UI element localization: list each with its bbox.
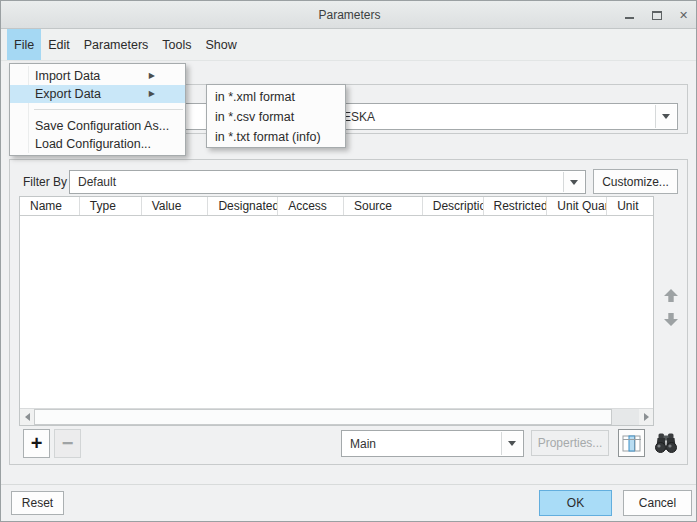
menu-separator xyxy=(34,109,183,110)
scroll-right-icon xyxy=(644,413,649,421)
parameters-table: Name Type Value Designated Access Source… xyxy=(19,196,654,426)
maximize-icon xyxy=(652,11,662,20)
minimize-icon xyxy=(625,17,634,19)
minus-icon: − xyxy=(62,432,74,455)
menu-show[interactable]: Show xyxy=(199,29,244,60)
submenu-arrow-icon: ▶ xyxy=(149,72,155,80)
window-title: Parameters xyxy=(1,1,697,29)
filter-value: Default xyxy=(70,171,561,193)
ok-button[interactable]: OK xyxy=(539,490,612,516)
scroll-right-button[interactable] xyxy=(639,409,653,425)
parameter-group-value: Main xyxy=(342,431,499,456)
export-data-label: Export Data xyxy=(35,87,101,101)
scrollbar-thumb[interactable] xyxy=(34,409,612,425)
scroll-left-icon xyxy=(25,413,30,421)
close-icon: ✕ xyxy=(679,9,688,22)
chevron-down-icon xyxy=(662,114,670,119)
filter-dropdown-button[interactable] xyxy=(563,172,584,192)
column-header-value[interactable]: Value xyxy=(142,197,209,215)
column-header-access[interactable]: Access xyxy=(278,197,344,215)
parameter-group-combobox[interactable]: Main xyxy=(341,430,524,457)
menu-item-import-data[interactable]: Import Data ▶ xyxy=(10,67,185,85)
column-header-unit-quantity[interactable]: Unit Quantity xyxy=(547,197,607,215)
menu-tools[interactable]: Tools xyxy=(155,29,198,60)
column-header-description[interactable]: Description xyxy=(423,197,484,215)
save-configuration-label: Save Configuration As... xyxy=(35,119,169,133)
submenu-item-csv-format[interactable]: in *.csv format xyxy=(207,107,345,127)
table-body-empty[interactable] xyxy=(20,216,653,408)
column-header-designated[interactable]: Designated xyxy=(208,197,278,215)
parameter-group-dropdown-button[interactable] xyxy=(501,432,522,455)
file-menu-panel: Import Data ▶ Export Data ▶ Save Configu… xyxy=(9,63,186,156)
menu-item-load-configuration[interactable]: Load Configuration... xyxy=(10,135,185,153)
table-header-row: Name Type Value Designated Access Source… xyxy=(20,197,653,216)
binoculars-icon xyxy=(653,432,679,454)
menu-parameters[interactable]: Parameters xyxy=(77,29,156,60)
chevron-down-icon xyxy=(508,441,516,446)
reset-button[interactable]: Reset xyxy=(11,491,64,515)
scrollbar-track[interactable] xyxy=(612,409,639,425)
properties-button[interactable]: Properties... xyxy=(531,430,609,456)
column-header-unit[interactable]: Unit xyxy=(607,197,653,215)
maximize-button[interactable] xyxy=(650,9,663,22)
column-header-restricted[interactable]: Restricted xyxy=(484,197,548,215)
submenu-item-txt-format[interactable]: in *.txt format (info) xyxy=(207,127,345,147)
remove-parameter-button[interactable]: − xyxy=(54,429,81,458)
find-parameter-button[interactable] xyxy=(650,429,681,457)
move-up-arrow-icon[interactable] xyxy=(663,288,679,303)
menu-file[interactable]: File xyxy=(7,29,41,60)
move-down-arrow-icon[interactable] xyxy=(663,312,679,327)
reorder-controls xyxy=(654,196,688,426)
chevron-down-icon xyxy=(570,180,578,185)
minimize-button[interactable] xyxy=(623,9,636,22)
menu-bar: File Edit Parameters Tools Show xyxy=(1,29,697,61)
column-header-source[interactable]: Source xyxy=(344,197,423,215)
horizontal-scrollbar[interactable] xyxy=(20,408,653,425)
parameters-dialog: Parameters ✕ File Edit Parameters Tools … xyxy=(0,0,697,522)
cancel-button[interactable]: Cancel xyxy=(623,490,692,516)
scroll-left-button[interactable] xyxy=(20,409,34,425)
footer-divider xyxy=(1,484,697,485)
load-configuration-label: Load Configuration... xyxy=(35,137,151,151)
plus-icon: + xyxy=(31,432,43,455)
close-button[interactable]: ✕ xyxy=(677,9,690,22)
add-parameter-button[interactable]: + xyxy=(23,429,50,458)
customize-button[interactable]: Customize... xyxy=(593,169,678,194)
look-in-dropdown-button[interactable] xyxy=(655,105,676,128)
import-data-label: Import Data xyxy=(35,69,100,83)
columns-table-icon xyxy=(622,435,641,452)
filter-combobox[interactable]: Default xyxy=(69,170,586,194)
filter-by-label: Filter By xyxy=(23,170,67,194)
columns-display-button[interactable] xyxy=(618,429,645,457)
submenu-arrow-icon: ▶ xyxy=(149,90,155,98)
column-header-type[interactable]: Type xyxy=(80,197,142,215)
export-submenu-panel: in *.xml format in *.csv format in *.txt… xyxy=(206,84,346,148)
menu-item-save-configuration[interactable]: Save Configuration As... xyxy=(10,117,185,135)
title-bar: Parameters ✕ xyxy=(1,1,697,29)
menu-edit[interactable]: Edit xyxy=(41,29,77,60)
submenu-item-xml-format[interactable]: in *.xml format xyxy=(207,87,345,107)
menu-item-export-data[interactable]: Export Data ▶ xyxy=(10,85,185,103)
window-controls: ✕ xyxy=(623,1,690,29)
column-header-name[interactable]: Name xyxy=(20,197,80,215)
